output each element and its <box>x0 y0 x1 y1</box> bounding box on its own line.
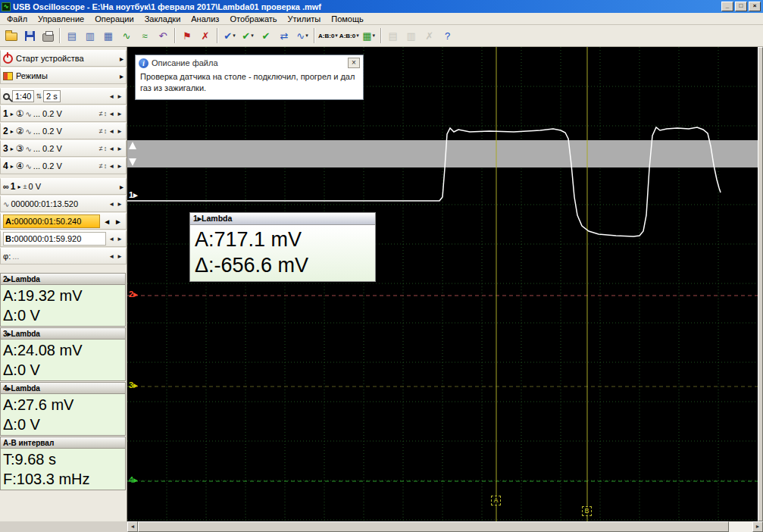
spin-left-icon[interactable]: ◄ <box>108 93 115 100</box>
scrollbar-thumb[interactable] <box>138 521 729 532</box>
channel-marker-4[interactable]: 4▸ <box>129 475 138 485</box>
spin-right-icon[interactable]: ► <box>116 236 124 243</box>
channel-option-icon[interactable]: ↕ <box>104 110 108 117</box>
close-button[interactable]: × <box>749 2 761 11</box>
zoom-row[interactable]: 1:40 ⇅ 2 s ◄ ► <box>0 88 127 105</box>
channel-option-icon[interactable]: ≠ <box>99 162 103 170</box>
spin-right-icon[interactable]: ► <box>116 201 124 208</box>
measure-box-header[interactable]: 1▸Lambda <box>190 213 375 225</box>
copy-image-icon[interactable]: ▤ <box>64 27 80 44</box>
menu-item[interactable]: Операции <box>89 14 139 24</box>
verify-all-icon[interactable]: ✔ <box>258 27 274 44</box>
spin-right-icon[interactable]: ► <box>116 128 124 135</box>
channel-row-3[interactable]: 3▸③∿... 0.2 V≠↕◄► <box>0 140 127 157</box>
spin-right-icon[interactable]: ► <box>116 253 124 260</box>
cursor-ab-icon[interactable]: A:B:0▾ <box>318 27 338 44</box>
slope-icon[interactable]: ± <box>23 183 27 190</box>
spin-right-icon[interactable]: ► <box>116 93 124 100</box>
titlebar[interactable]: ∿ USB Oscilloscope - E:\На ноутбук\1 фев… <box>0 0 763 13</box>
marker-flag-icon[interactable]: ⚑ <box>179 27 195 44</box>
spin-left-icon[interactable]: ◄ <box>108 146 115 152</box>
expand-arrow-icon[interactable]: ▸ <box>120 183 124 191</box>
coupling-icon[interactable]: ∿ <box>25 110 31 118</box>
print-icon[interactable] <box>39 27 56 44</box>
copy-data-icon[interactable]: ▥ <box>82 27 99 44</box>
spin-left-icon[interactable]: ◄ <box>108 111 115 117</box>
cursor-label-a[interactable]: A <box>491 496 501 505</box>
channel-option-icon[interactable]: ↕ <box>104 162 108 170</box>
spin-left-icon[interactable]: ◄ <box>102 217 112 226</box>
cursor-a-row[interactable]: A:000000:01:50.240 ◄ ► <box>0 213 127 230</box>
cursor-label-b[interactable]: B <box>582 506 592 516</box>
dropdown-arrow-icon[interactable]: ▾ <box>305 33 308 39</box>
spin-right-icon[interactable]: ► <box>116 111 124 117</box>
export-icon[interactable]: ▦ <box>100 27 117 44</box>
trigger-level-value[interactable]: 0 V <box>29 182 42 191</box>
phase-row[interactable]: φ: ... ◄ ► <box>0 248 127 264</box>
cursor-b-field[interactable]: B:000000:01:59.920 <box>3 232 106 246</box>
dropdown-arrow-icon[interactable]: ▾ <box>233 33 236 39</box>
menu-item[interactable]: Утилиты <box>283 14 327 24</box>
probe-icon[interactable]: ② <box>16 126 24 136</box>
dropdown-arrow-icon[interactable]: ▾ <box>356 33 359 39</box>
cursor-b-row[interactable]: B:000000:01:59.920 ◄ ► <box>0 230 127 247</box>
scrollbar-thumb[interactable] <box>758 47 763 521</box>
timebase-value[interactable]: 2 s <box>43 90 61 102</box>
horizontal-scrollbar[interactable]: ◄ ► <box>127 521 763 532</box>
spin-right-icon[interactable]: ► <box>116 163 124 170</box>
expand-arrow-icon[interactable]: ▸ <box>120 55 124 63</box>
spin-right-icon[interactable]: ► <box>116 146 124 152</box>
plot-area[interactable]: i Описание файла × Проверка датчика на с… <box>127 47 758 521</box>
zoom-scale-value[interactable]: 1:40 <box>12 90 34 102</box>
channel-option-icon[interactable]: ≠ <box>99 110 103 117</box>
channel-list-icon[interactable]: ▦▾ <box>361 27 377 44</box>
vertical-scrollbar[interactable] <box>758 47 763 521</box>
channel-row-1[interactable]: 1▸①∿... 0.2 V≠↕◄► <box>0 105 127 122</box>
modes-button[interactable]: Режимы ▸ <box>0 67 127 84</box>
panel-header[interactable]: 4▸Lambda <box>1 383 125 394</box>
channel-marker-1[interactable]: 1▸ <box>129 190 138 200</box>
menu-item[interactable]: Отображать <box>224 14 282 24</box>
undo-icon[interactable]: ↶ <box>155 27 171 44</box>
expand-arrow-icon[interactable]: ▸ <box>120 72 124 80</box>
file-description-box[interactable]: i Описание файла × Проверка датчика на с… <box>135 55 364 100</box>
spin-right-icon[interactable]: ► <box>113 217 124 226</box>
dropdown-arrow-icon[interactable]: ▾ <box>335 33 338 39</box>
minimize-button[interactable]: _ <box>721 2 733 11</box>
cursor-a-field[interactable]: A:000000:01:50.240 <box>3 214 100 228</box>
channel-option-icon[interactable]: ↕ <box>104 145 108 152</box>
panel-header[interactable]: 2▸Lambda <box>1 274 125 285</box>
start-device-button[interactable]: Старт устройства ▸ <box>0 50 127 67</box>
menu-item[interactable]: Закладки <box>139 14 186 24</box>
menu-item[interactable]: Файл <box>2 14 33 24</box>
menu-item[interactable]: Помощь <box>326 14 369 24</box>
coupling-icon[interactable]: ∿ <box>25 162 31 171</box>
save-icon[interactable] <box>21 27 38 44</box>
compare-icon[interactable]: ⇄ <box>276 27 292 44</box>
probe-icon[interactable]: ③ <box>16 143 24 154</box>
clear-marker-icon[interactable]: ✗ <box>197 27 214 44</box>
verify-blue-icon[interactable]: ✔▾ <box>221 27 238 44</box>
channel-option-icon[interactable]: ≠ <box>99 127 103 135</box>
scroll-right-icon[interactable]: ► <box>752 521 763 532</box>
close-icon[interactable]: × <box>348 58 360 68</box>
menu-item[interactable]: Анализ <box>186 14 224 24</box>
open-icon[interactable] <box>3 27 20 44</box>
panel-header[interactable]: A-B интервал <box>1 437 125 449</box>
channel-option-icon[interactable]: ≠ <box>99 145 103 152</box>
scroll-left-icon[interactable]: ◄ <box>127 521 138 532</box>
help-icon[interactable]: ? <box>439 27 456 44</box>
coupling-icon[interactable]: ∿ <box>25 127 31 136</box>
cursor-measure-box[interactable]: 1▸Lambda A:717.1 mVΔ:-656.6 mV <box>189 212 376 282</box>
coupling-icon[interactable]: ∿ <box>25 145 31 153</box>
scrollbar-track[interactable] <box>729 521 752 532</box>
spin-left-icon[interactable]: ◄ <box>108 163 115 170</box>
channel-marker-3[interactable]: 3▸ <box>129 380 138 390</box>
maximize-button[interactable]: □ <box>735 2 747 11</box>
dropdown-arrow-icon[interactable]: ▾ <box>373 33 376 39</box>
signal-icon[interactable]: ∿ <box>118 27 135 44</box>
time-row[interactable]: ∿ 000000:01:13.520 ◄ ► <box>0 196 127 212</box>
spin-left-icon[interactable]: ◄ <box>108 253 115 260</box>
verify-green-icon[interactable]: ✔▾ <box>239 27 256 44</box>
wave-nav-icon[interactable]: ∿▾ <box>294 27 311 44</box>
